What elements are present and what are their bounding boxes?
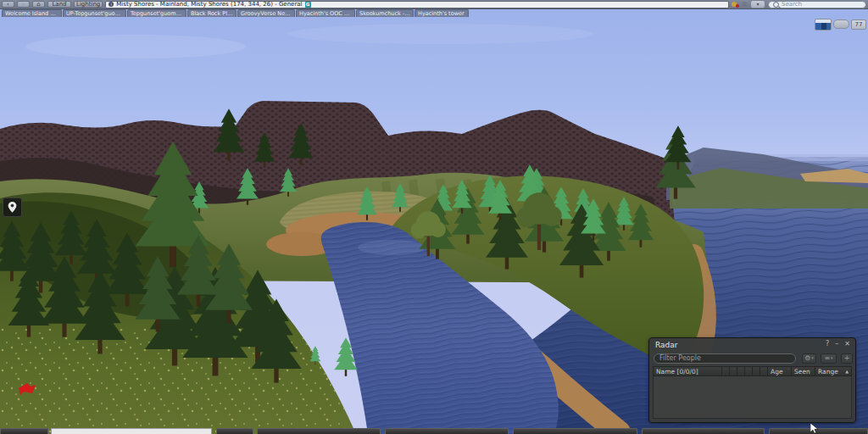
map-pin-icon [7,201,18,214]
bottom-toolbar-button[interactable] [385,428,509,434]
viewer-window: ‹ › ⌂ Land Lighting i Misty Shores - Mai… [0,0,868,434]
bottom-toolbar-button[interactable] [216,428,253,434]
info-icon[interactable]: i [108,2,114,7]
bottom-toolbar-button[interactable] [0,428,48,434]
back-button[interactable]: ‹ [2,1,14,8]
column-name[interactable]: Name [0/0/0] [653,366,722,376]
favorites-star-icon[interactable]: ☆ [742,1,748,8]
radar-column-headers: Name [0/0/0] Age Seen Range▲ [653,366,852,376]
gear-icon: ⚙ [804,353,810,363]
bottom-toolbar-button[interactable] [513,428,637,434]
home-button[interactable]: ⌂ [32,1,45,8]
column-blank[interactable] [730,366,737,376]
column-seen[interactable]: Seen [792,366,815,376]
search-box[interactable] [768,1,866,8]
location-text: Misty Shores - Mainland, Misty Shores (1… [116,1,302,8]
corner-hud-buttons: 77 [815,19,866,31]
add-button[interactable]: + [841,353,853,364]
land-button[interactable]: Land [47,1,71,8]
menu-icon: ≡ [824,353,830,363]
filter-people-input[interactable] [654,353,796,364]
column-age[interactable]: Age [768,366,792,376]
maturity-rating-badge: G [305,2,311,8]
fps-counter-button[interactable]: 77 [851,19,866,30]
sort-arrow-icon: ▲ [845,367,849,376]
tab-black-rock-playa[interactable]: Black Rock Playa [187,9,236,17]
menu-button[interactable]: ≡▾ [821,353,837,364]
radar-panel[interactable]: Radar ? – ✕ ⚙▾ ≡▾ + Name [0/0/0] Age See [648,337,856,423]
map-pin-button[interactable] [3,198,22,217]
gear-button[interactable]: ⚙▾ [802,353,816,364]
radar-people-list[interactable] [653,376,852,419]
chat-input[interactable] [51,428,212,434]
tab-hyacinths-ooc[interactable]: Hyacinth's OOC Tre... [296,9,355,17]
minimap-thumbnail-button[interactable] [815,19,832,31]
blank-pill-button[interactable] [833,19,849,29]
column-blank[interactable] [737,366,745,376]
favorites-dropdown-button[interactable]: ▾ [750,0,765,8]
balance-icon[interactable] [732,2,739,8]
lighting-button[interactable]: Lighting [74,1,103,8]
radar-title: Radar [655,341,678,349]
forward-button[interactable]: › [17,1,30,8]
column-blank[interactable] [722,366,730,376]
minimize-button[interactable]: – [835,341,838,348]
tab-hyacinths-tower[interactable]: Hyacinth's tower [415,9,469,17]
tab-skookumchuck[interactable]: Skookumchuck - So... [356,9,414,17]
search-icon [773,2,779,8]
landmark-tab-bar: Welcome Island des... UP-Tepgunset'guom … [2,9,469,17]
tab-tepgunset[interactable]: Tepgunset'guom d... [127,9,186,17]
column-blank[interactable] [760,366,768,376]
column-blank[interactable] [753,366,760,376]
close-button[interactable]: ✕ [844,341,850,348]
bottom-toolbar-button[interactable] [642,428,765,434]
tab-up-tepgunset[interactable]: UP-Tepgunset'guom ... [63,9,126,17]
column-blank[interactable] [745,366,753,376]
navigation-bar: ‹ › ⌂ Land Lighting i Misty Shores - Mai… [0,0,868,9]
column-range[interactable]: Range▲ [815,366,852,376]
bottom-toolbar-button[interactable] [257,428,381,434]
bottom-toolbar [0,428,868,434]
location-bar[interactable]: i Misty Shores - Mainland, Misty Shores … [105,1,729,8]
help-button[interactable]: ? [826,341,829,348]
search-input[interactable] [782,1,858,8]
tab-groovyverse[interactable]: GroovyVerse New H... [237,9,295,17]
tab-welcome-island[interactable]: Welcome Island des... [2,9,62,17]
mouse-cursor [810,423,819,434]
